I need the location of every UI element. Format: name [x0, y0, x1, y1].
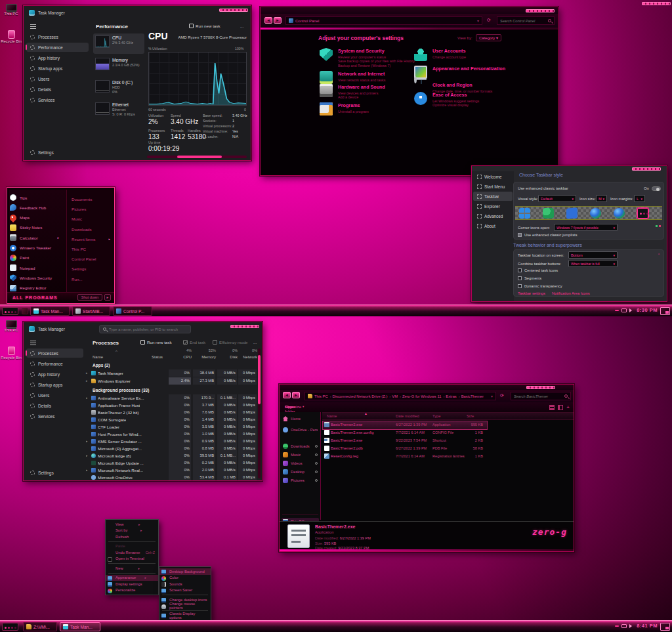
view-by-dropdown[interactable]: Category ▾: [476, 34, 501, 41]
table-row[interactable]: COM Surrogate 0% 1.4 MB 0 MB/s 0 Mbps: [86, 416, 259, 423]
start-menu-place[interactable]: Control Panel: [72, 257, 112, 261]
search-input[interactable]: [109, 327, 187, 331]
menu-item[interactable]: New ▸: [106, 565, 158, 572]
desktop-icon-recycle-bin[interactable]: Recycle Bin: [0, 30, 22, 43]
menu-item[interactable]: Refresh: [106, 534, 158, 540]
expander-icon[interactable]: ▸: [86, 396, 88, 400]
checkbox-row[interactable]: Dynamic transparency: [518, 284, 562, 288]
start-menu-app[interactable]: Notepad: [10, 264, 61, 271]
desktop-icon-this-pc[interactable]: This PC: [0, 320, 22, 332]
caption-buttons[interactable]: [526, 9, 555, 12]
table-row[interactable]: Microsoft (R) Aggregat... 0% 0.8 MB 0 MB…: [86, 445, 259, 452]
start-menu-app[interactable]: Maps: [10, 215, 61, 221]
menu-item[interactable]: Sounds: [159, 581, 211, 587]
start-menu-app[interactable]: Registry Editor: [10, 285, 61, 291]
vertical-scrollbar[interactable]: [258, 348, 261, 478]
start-menu-app[interactable]: Calculator ▸: [10, 234, 61, 241]
nav-item[interactable]: Start Menu: [473, 182, 513, 191]
expander-icon[interactable]: ▸: [86, 371, 88, 375]
address-dropdown-icon[interactable]: ▾: [477, 18, 479, 23]
tray-icon[interactable]: [615, 625, 619, 627]
add-icon[interactable]: +: [566, 405, 570, 410]
file-row[interactable]: BasicThemer2.exe 9/22/2023 7:54 PM Short…: [322, 436, 568, 444]
icon-margins-dropdown[interactable]: L▾: [634, 195, 645, 202]
horizontal-scrollbar[interactable]: [147, 156, 247, 158]
start-button[interactable]: [2, 623, 18, 631]
taskbar-button-task-manager[interactable]: Task Man...: [60, 622, 100, 631]
expander-icon[interactable]: ▸: [86, 453, 88, 457]
start-menu-app[interactable]: Tips: [10, 194, 61, 201]
nav-item[interactable]: Users: [26, 74, 89, 83]
pinned-item[interactable]: [22, 308, 28, 314]
menu-item[interactable]: [108, 573, 156, 574]
taskbar-button-startallback[interactable]: StartAllB...: [72, 306, 110, 316]
table-row[interactable]: BasicThemer 2 (32 bit) 0% 7.6 MB 0 MB/s …: [86, 409, 259, 415]
breadcrumb-item[interactable]: VM: [392, 394, 401, 398]
start-menu-place[interactable]: Settings: [72, 266, 112, 271]
menu-item[interactable]: [108, 541, 156, 542]
nav-item[interactable]: Processes: [26, 348, 83, 358]
jumplists-checkbox[interactable]: Use enhanced classic jumplists: [518, 233, 578, 237]
refresh-icon[interactable]: ⟳: [500, 393, 504, 398]
sidebar-item[interactable]: OneDrive - Personal: [282, 426, 319, 434]
system-tray[interactable]: 8:30 PM: [615, 307, 658, 313]
all-programs-button[interactable]: ALL PROGRAMS: [12, 295, 58, 300]
nav-item[interactable]: Services: [26, 411, 83, 421]
table-row[interactable]: ▸ Microsoft Edge (8) 0% 39.5 MB 0.1 MB..…: [86, 452, 259, 459]
checkbox-row[interactable]: Segments: [518, 276, 541, 280]
menu-item[interactable]: Personalize: [106, 587, 158, 594]
display-tray-icon[interactable]: [621, 624, 627, 628]
nav-item[interactable]: Performance: [26, 43, 89, 52]
nav-item[interactable]: Services: [26, 95, 89, 104]
start-menu-app[interactable]: Feedback Hub: [10, 204, 61, 211]
column-header-date[interactable]: Date modified: [396, 414, 419, 418]
taskbar-location-dropdown[interactable]: Bottom▾: [568, 251, 618, 259]
sidebar-item[interactable]: Desktop: [282, 468, 319, 476]
nav-item[interactable]: Users: [26, 390, 83, 400]
table-row[interactable]: CTF Loader 0% 3.5 MB 0 MB/s 0 Mbps: [86, 423, 259, 430]
checkbox[interactable]: [518, 268, 522, 272]
search-box[interactable]: [511, 392, 571, 400]
reset-icon[interactable]: ▫: [658, 252, 660, 256]
back-button[interactable]: ◄: [264, 17, 272, 24]
menu-item[interactable]: [108, 563, 156, 564]
menu-item[interactable]: Classic Display options: [159, 612, 211, 619]
back-button[interactable]: ◄: [283, 392, 291, 398]
table-row[interactable]: ▸ Windows Explorer 2.4% 27.3 MB 0 MB/s 0…: [86, 377, 259, 385]
category-title[interactable]: Hardware and Sound: [338, 84, 436, 90]
shutdown-options-arrow[interactable]: ▸: [104, 294, 111, 301]
column-header-disk[interactable]: Disk: [215, 355, 238, 359]
start-menu-place[interactable]: Run...: [72, 277, 112, 282]
more-options-button[interactable]: ...: [253, 340, 257, 345]
taskbar-style-thumb[interactable]: [614, 208, 625, 219]
group-header-apps[interactable]: Apps (2): [93, 363, 110, 368]
column-header-size[interactable]: Size: [467, 414, 474, 418]
column-header-memory[interactable]: Memory: [194, 355, 216, 359]
end-task-button[interactable]: End task: [183, 340, 205, 345]
menu-item[interactable]: [162, 595, 208, 595]
caption-buttons[interactable]: [219, 9, 248, 12]
nav-item[interactable]: Advanced: [473, 211, 513, 221]
expander-icon[interactable]: ▸: [86, 439, 88, 443]
forward-button[interactable]: ►: [274, 17, 282, 24]
nav-item[interactable]: Processes: [26, 32, 89, 41]
menu-item[interactable]: Paste: [106, 543, 158, 550]
category-link[interactable]: Optimize visual display: [432, 103, 531, 107]
performance-card[interactable]: CPU 2% 3.40 GHz: [93, 33, 144, 54]
address-dropdown-icon[interactable]: ▾: [491, 394, 493, 398]
category-title[interactable]: Clock and Region: [432, 82, 531, 88]
notification-area-link[interactable]: Notification Area Icons: [552, 291, 590, 295]
tray-icon[interactable]: [615, 310, 619, 311]
taskbar-style-thumb[interactable]: [519, 208, 530, 219]
nav-item[interactable]: About: [473, 221, 513, 230]
breadcrumb-item[interactable]: Zero-G for Windows 11: [402, 394, 444, 398]
run-new-task-button[interactable]: Run new task: [189, 24, 220, 28]
clock[interactable]: 8:30 PM: [637, 307, 658, 313]
nav-item[interactable]: Performance: [26, 359, 83, 368]
taskbar-button-task-manager[interactable]: Task Man...: [30, 306, 70, 316]
start-menu-place[interactable]: This PC: [72, 247, 112, 251]
show-desktop-button[interactable]: [660, 623, 670, 631]
column-header-name[interactable]: Name: [93, 355, 103, 359]
search-input[interactable]: [500, 19, 548, 23]
menu-item[interactable]: Sort by ▸: [106, 528, 158, 534]
